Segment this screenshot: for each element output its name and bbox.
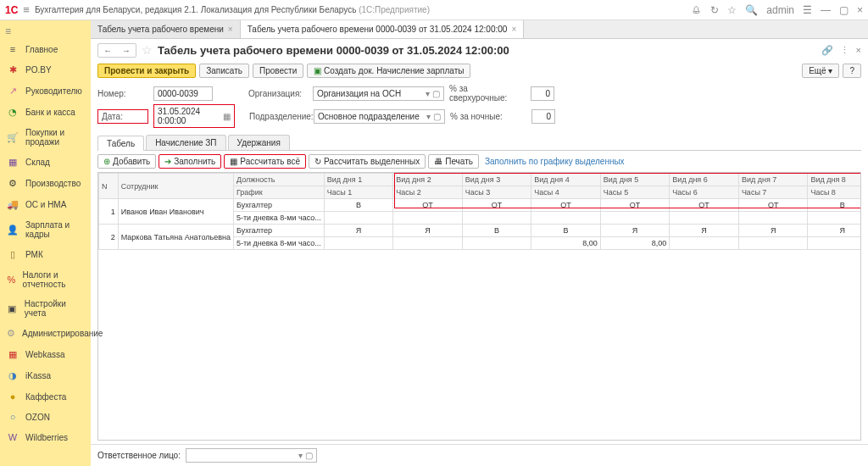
calendar-icon[interactable]: ▦ (223, 112, 231, 121)
overtime-label: % за сверхурочные: (449, 84, 526, 103)
sidebar-item[interactable]: 🚚ОС и НМА (0, 194, 91, 215)
sidebar-icon: ✱ (7, 64, 19, 75)
sidebar-icon: ▯ (7, 249, 19, 260)
sidebar-item[interactable]: 🛒Покупки и продажи (0, 123, 91, 152)
post-and-close-button[interactable]: Провести и закрыть (97, 64, 196, 78)
link-icon[interactable]: 🔗 (821, 45, 833, 56)
table-icon: ▦ (230, 157, 237, 166)
number-input[interactable]: 0000-0039 (153, 86, 213, 101)
sidebar-label: iKassa (25, 371, 51, 380)
sidebar-label: Зарплата и кадры (25, 220, 84, 239)
dept-label: Подразделение: (249, 112, 309, 121)
document-tabs: Табель учета рабочего времени×Табель уче… (91, 20, 868, 39)
user-label[interactable]: admin (766, 4, 794, 16)
more-button[interactable]: Ещё ▾ (802, 64, 839, 78)
forward-icon[interactable]: → (117, 44, 136, 57)
tab[interactable]: Табель (97, 136, 144, 151)
write-button[interactable]: Записать (199, 64, 249, 78)
sidebar-label: Настройки учета (25, 299, 84, 318)
sidebar-icon: ◑ (7, 370, 19, 381)
maximize-icon[interactable]: ▢ (839, 4, 849, 16)
sidebar-label: Склад (25, 158, 50, 167)
recalc-selected-button[interactable]: ↻Рассчитать выделенных (309, 154, 426, 169)
sidebar-icon: ⚙ (7, 178, 19, 189)
hamburger-icon[interactable]: ≡ (23, 3, 30, 16)
timesheet-grid[interactable]: NСотрудникДолжностьВид дня 1Вид дня 2Вид… (98, 173, 861, 250)
sidebar-icon: ◔ (7, 107, 19, 118)
sidebar-label: Webkassa (25, 350, 65, 359)
sidebar-collapse-icon[interactable]: ≡ (0, 24, 91, 39)
sidebar-item[interactable]: WWildberries (0, 427, 91, 447)
close-tab-icon[interactable]: × (511, 25, 516, 34)
sidebar-item[interactable]: ▦Webkassa (0, 344, 91, 365)
close-tab-icon[interactable]: × (228, 25, 233, 34)
sidebar-item[interactable]: ▦Склад (0, 152, 91, 173)
document-tab[interactable]: Табель учета рабочего времени× (91, 20, 241, 38)
fill-by-schedule-button[interactable]: Заполнить по графику выделенных (481, 155, 628, 168)
history-icon[interactable]: ↻ (710, 4, 719, 16)
favorite-icon[interactable]: ☆ (142, 43, 153, 57)
sidebar-icon: ▦ (7, 157, 19, 168)
back-icon[interactable]: ← (98, 44, 117, 57)
app-bar: 1C ≡ Бухгалтерия для Беларуси, редакция … (0, 0, 868, 20)
sidebar-icon: ▦ (7, 349, 19, 360)
sidebar-item[interactable]: ⚙Администрирование (0, 323, 91, 344)
sidebar-icon: 👤 (7, 225, 19, 236)
close-icon[interactable]: × (857, 4, 863, 16)
minimize-icon[interactable]: — (821, 4, 831, 16)
sidebar-item[interactable]: ◑iKassa (0, 365, 91, 386)
menu-icon[interactable]: ☰ (803, 4, 812, 16)
star-icon[interactable]: ☆ (727, 4, 737, 16)
sidebar-item[interactable]: ▯РМК (0, 244, 91, 265)
document-tab[interactable]: Табель учета рабочего времени 0000-0039 … (241, 20, 525, 38)
org-select[interactable]: Организация на ОСН▾ ▢ (313, 86, 444, 101)
recalc-all-button[interactable]: ▦Рассчитать всё (224, 154, 306, 169)
add-button[interactable]: ⊕Добавить (97, 154, 156, 169)
chevron-down-icon[interactable]: ▾ ▢ (426, 89, 440, 98)
date-input[interactable]: 31.05.2024 0:00:00▦ (153, 104, 235, 128)
sidebar-item[interactable]: ○OZON (0, 407, 91, 427)
sidebar-label: РМК (25, 250, 43, 259)
sidebar-item[interactable]: ↗Руководителю (0, 80, 91, 102)
nav-arrows: ← → (97, 43, 136, 58)
search-icon[interactable]: 🔍 (745, 4, 758, 16)
printer-icon: 🖶 (434, 157, 442, 166)
sidebar-label: Налоги и отчетность (23, 270, 84, 289)
dept-select[interactable]: Основное подразделение▾ ▢ (314, 109, 445, 124)
overtime-input[interactable]: 0 (531, 86, 554, 101)
refresh-icon: ↻ (314, 157, 321, 166)
sidebar-item[interactable]: %Налоги и отчетность (0, 265, 91, 294)
sidebar-item[interactable]: 👤Зарплата и кадры (0, 215, 91, 244)
panel-close-icon[interactable]: × (856, 45, 861, 56)
responsible-select[interactable]: ▾ ▢ (186, 448, 317, 463)
sidebar-item[interactable]: ✱PO.BY (0, 59, 91, 80)
chevron-down-icon[interactable]: ▾ ▢ (426, 112, 441, 121)
create-payroll-button[interactable]: ▣ Создать док. Начисление зарплаты (307, 64, 470, 78)
tab[interactable]: Удержания (228, 135, 290, 150)
sidebar-label: Банк и касса (25, 108, 75, 117)
sidebar-icon: ⚙ (7, 328, 15, 339)
sidebar-icon: % (7, 275, 16, 285)
post-button[interactable]: Провести (253, 64, 303, 78)
sidebar-item[interactable]: ◔Банк и касса (0, 102, 91, 123)
tab[interactable]: Начисление ЗП (146, 135, 225, 150)
sidebar-item[interactable]: ⚙Производство (0, 173, 91, 194)
chevron-down-icon[interactable]: ▾ ▢ (298, 451, 313, 460)
sidebar: ≡ ≡Главное✱PO.BY↗Руководителю◔Банк и кас… (0, 20, 91, 466)
sidebar-item[interactable]: ≡Главное (0, 39, 91, 59)
sidebar-label: Каффеста (25, 392, 66, 402)
sidebar-item[interactable]: ▣Настройки учета (0, 294, 91, 323)
sidebar-icon: 🚚 (7, 199, 19, 210)
sidebar-label: Главное (25, 45, 58, 54)
grid-container[interactable]: NСотрудникДолжностьВид дня 1Вид дня 2Вид… (97, 172, 861, 441)
sidebar-item[interactable]: ●Каффеста (0, 386, 91, 407)
page-title: Табель учета рабочего времени 0000-0039 … (158, 44, 509, 57)
date-label: Дата: (97, 109, 148, 124)
night-input[interactable]: 0 (531, 109, 555, 124)
help-button[interactable]: ? (843, 64, 861, 78)
bell-icon[interactable]: 🕭 (692, 4, 702, 16)
print-button[interactable]: 🖶Печать (428, 154, 479, 169)
panel-menu-icon[interactable]: ⋮ (840, 45, 849, 56)
sidebar-label: Покупки и продажи (25, 128, 84, 147)
fill-button[interactable]: ➔Заполнить (159, 154, 221, 169)
